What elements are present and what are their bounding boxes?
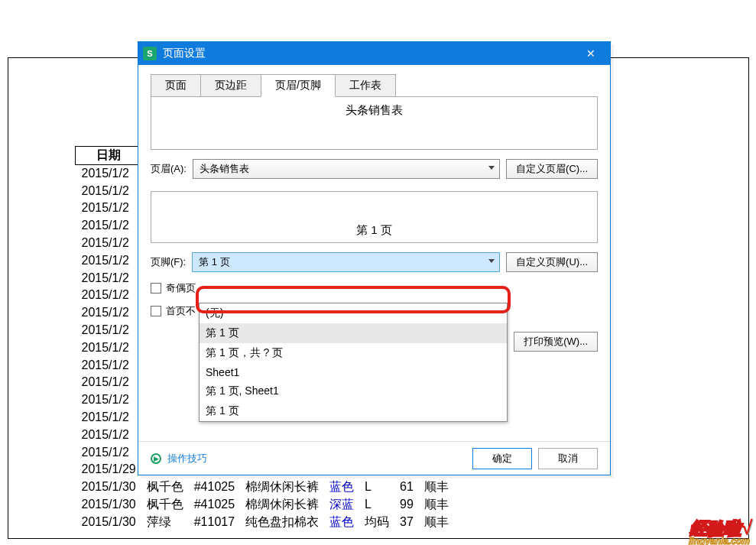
custom-footer-button[interactable]: 自定义页脚(U)... — [506, 252, 598, 272]
dialog-footer: ▶ 操作技巧 确定 取消 — [138, 441, 610, 475]
chevron-down-icon — [488, 259, 495, 263]
col-date: 日期 — [76, 147, 141, 165]
tab-margins[interactable]: 页边距 — [200, 74, 261, 96]
dropdown-option[interactable]: 第 1 页，共 ? 页 — [200, 343, 507, 363]
footer-combobox[interactable]: 第 1 页 — [192, 252, 500, 272]
print-preview-button[interactable]: 打印预览(W)... — [514, 332, 598, 352]
dialog-title: 页面设置 — [163, 47, 206, 60]
header-value: 头条销售表 — [200, 162, 249, 176]
dropdown-option[interactable]: 第 1 页 — [200, 401, 507, 421]
tab-bar: 页面 页边距 页眉/页脚 工作表 — [151, 74, 610, 96]
tips-link[interactable]: 操作技巧 — [167, 452, 207, 466]
table-row: 2015/1/30枫千色#41025棉绸休闲长裤蓝色L61顺丰 — [76, 478, 453, 496]
ok-button[interactable]: 确定 — [472, 448, 532, 469]
tab-header-footer[interactable]: 页眉/页脚 — [261, 74, 336, 97]
tab-sheet[interactable]: 工作表 — [335, 74, 396, 96]
footer-label: 页脚(F): — [151, 255, 186, 269]
dialog-titlebar[interactable]: S 页面设置 ✕ — [138, 42, 610, 65]
footer-preview: 第 1 页 — [151, 191, 598, 243]
first-page-label: 首页不 — [166, 304, 196, 318]
dropdown-option[interactable]: 第 1 页 — [200, 323, 507, 343]
custom-header-button[interactable]: 自定义页眉(C)... — [506, 159, 598, 179]
checkbox-icon — [151, 306, 161, 316]
odd-even-checkbox[interactable]: 奇偶页 — [151, 281, 598, 295]
chevron-down-icon — [488, 166, 495, 170]
tab-page[interactable]: 页面 — [151, 74, 201, 96]
header-preview: 头条销售表 — [151, 96, 598, 150]
header-label: 页眉(A): — [151, 162, 187, 176]
app-icon: S — [143, 47, 157, 60]
dropdown-option[interactable]: 第 1 页, Sheet1 — [200, 381, 507, 401]
odd-even-label: 奇偶页 — [166, 281, 196, 295]
footer-value: 第 1 页 — [199, 255, 229, 269]
close-icon[interactable]: ✕ — [578, 42, 604, 65]
header-combobox[interactable]: 头条销售表 — [193, 159, 500, 179]
footer-preview-text: 第 1 页 — [356, 223, 392, 238]
table-row: 2015/1/30萍绿#11017纯色盘扣棉衣蓝色均码37顺丰 — [76, 514, 453, 531]
header-preview-text: 头条销售表 — [346, 103, 403, 118]
table-row: 2015/1/30枫千色#41025棉绸休闲长裤深蓝L99顺丰 — [76, 496, 453, 514]
checkbox-icon — [151, 283, 161, 294]
dropdown-option[interactable]: Sheet1 — [200, 363, 507, 381]
play-icon: ▶ — [151, 453, 161, 464]
cancel-button[interactable]: 取消 — [538, 448, 598, 469]
footer-dropdown-list[interactable]: (无) 第 1 页 第 1 页，共 ? 页 Sheet1 第 1 页, Shee… — [199, 303, 508, 422]
watermark-sub: jingyanla.com — [689, 536, 750, 545]
dropdown-option[interactable]: (无) — [200, 303, 507, 323]
